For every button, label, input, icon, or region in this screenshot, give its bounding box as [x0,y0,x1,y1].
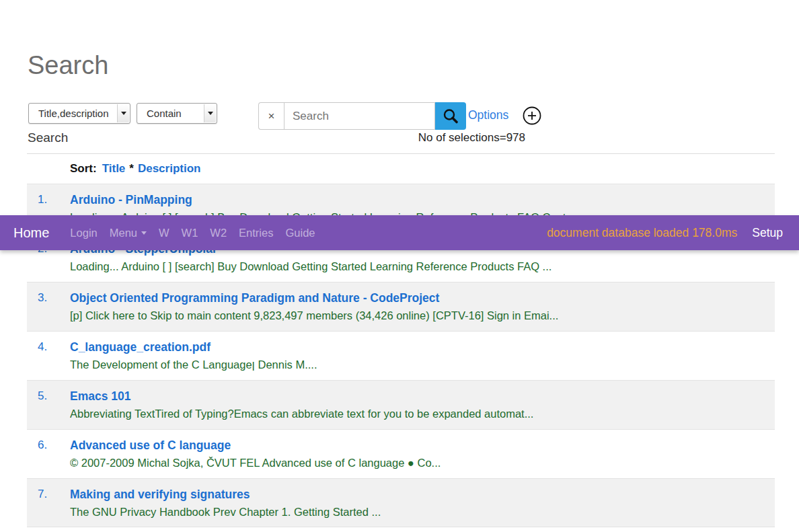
magnifier-icon [442,108,459,125]
nav-w1-link[interactable]: W1 [176,227,204,239]
result-row: 3. Object Oriented Programming Paradigm … [27,282,775,331]
result-description: Abbreviating TextTired of Typing?Emacs c… [70,405,775,422]
status-message: document database loaded 178.0ms [547,226,737,240]
result-title-link[interactable]: Making and verifying signatures [70,486,250,503]
result-row: 5. Emacs 101 Abbreviating TextTired of T… [27,380,775,429]
options-link[interactable]: Options [468,108,508,122]
result-number: 6. [27,436,70,478]
result-row: 7. Making and verifying signatures The G… [27,478,775,527]
result-number: 4. [27,338,70,380]
result-number: 5. [27,387,70,429]
clear-search-button[interactable]: × [258,102,284,130]
result-description: The GNU Privacy Handbook Prev Chapter 1.… [70,503,775,521]
result-description: © 2007-2009 Michal Sojka, ČVUT FEL Advan… [70,454,775,471]
add-button[interactable] [523,106,541,125]
plus-circle-icon [523,106,541,125]
result-row: 4. C_language_creation.pdf The Developme… [27,331,775,380]
field-select-value: Title,description [29,108,109,119]
sort-separator: * [129,162,134,176]
result-row: 6. Advanced use of C language © 2007-200… [27,429,775,478]
nav-menu-dropdown[interactable]: Menu [104,227,153,239]
sort-row: Sort: Title * Description [27,154,775,184]
search-button[interactable] [435,102,466,130]
nav-guide-link[interactable]: Guide [279,227,321,239]
field-select[interactable]: Title,description [28,103,130,124]
search-section-label: Search [28,130,68,145]
nav-w-link[interactable]: W [153,227,176,239]
search-input-group: × [258,102,466,130]
result-description: [p] Click here to Skip to main content 9… [70,307,775,324]
sort-by-title-link[interactable]: Title [102,162,126,176]
result-title-link[interactable]: Object Oriented Programming Paradigm and… [70,289,439,307]
result-number: 7. [27,486,70,527]
result-title-link[interactable]: Emacs 101 [70,387,131,405]
chevron-down-icon [141,231,147,235]
search-input[interactable] [284,102,435,130]
result-title-link[interactable]: Arduino - PinMapping [70,191,192,208]
operator-select[interactable]: Contain [137,103,217,124]
sort-label: Sort: [70,162,97,176]
nav-entries-link[interactable]: Entries [233,227,279,239]
page-title: Search [28,50,108,80]
nav-login-link[interactable]: Login [64,227,103,239]
result-description: The Development of the C Languageן Denni… [70,356,775,373]
dropdown-arrow-icon [204,104,216,122]
main-navbar: Home Login Menu W W1 W2 Entries Guide do… [0,215,799,250]
nav-setup-link[interactable]: Setup [752,226,783,240]
sort-by-description-link[interactable]: Description [138,162,201,176]
nav-w2-link[interactable]: W2 [204,227,233,239]
nav-menu-label: Menu [110,227,137,239]
results-table: Sort: Title * Description 1. Arduino - P… [27,153,775,527]
nav-home-link[interactable]: Home [13,225,49,241]
operator-select-value: Contain [137,108,182,119]
result-title-link[interactable]: Advanced use of C language [70,436,231,454]
selection-count: No of selections=978 [323,131,525,145]
result-title-link[interactable]: C_language_creation.pdf [70,338,211,356]
dropdown-arrow-icon [117,104,129,122]
result-number: 3. [27,289,70,331]
result-description: Loading... Arduino [ ] [search] Buy Down… [70,258,775,275]
